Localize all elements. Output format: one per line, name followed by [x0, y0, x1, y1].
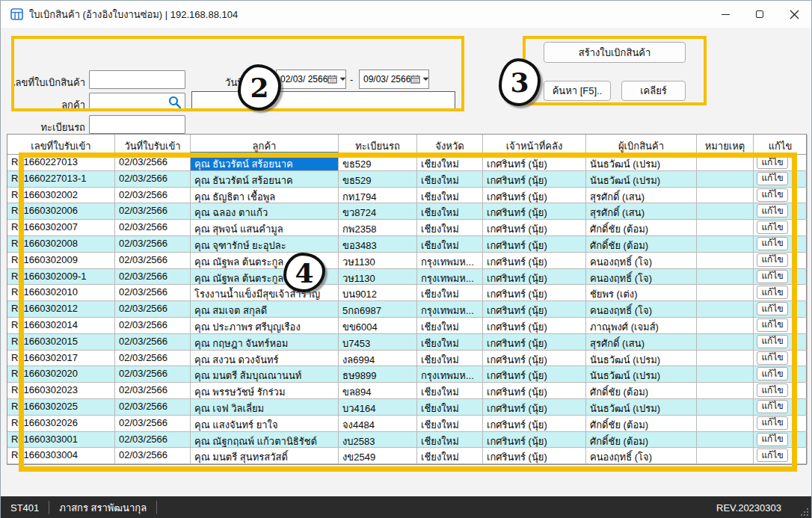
cell-receipt_no: R01660302006	[7, 203, 115, 220]
doc-no-input[interactable]	[89, 70, 185, 89]
cell-requester: คนองฤทธิ์ (โจ)	[586, 301, 697, 318]
cell-province: เชียงใหม่	[417, 416, 483, 432]
minimize-icon	[722, 14, 730, 15]
cell-receipt_no: R01660302012	[7, 301, 115, 318]
search-icon[interactable]	[168, 96, 182, 109]
cell-date: 02/03/2566	[115, 399, 191, 416]
cell-plate: บ7453	[339, 334, 417, 351]
edit-button[interactable]: แก้ไข	[757, 172, 788, 185]
edit-button[interactable]: แก้ไข	[757, 351, 788, 365]
table-row[interactable]: R0166030200802/03/2566คุณ จุฑารักษ์ ยะอุ…	[7, 236, 806, 253]
edit-button[interactable]: แก้ไข	[757, 416, 788, 430]
header-province[interactable]: จังหวัด	[417, 135, 483, 155]
header-receipt-no[interactable]: เลขที่ใบรับเข้า	[7, 135, 115, 155]
date-from-picker[interactable]: 02/03/ 2566	[276, 70, 346, 89]
edit-button[interactable]: แก้ไข	[757, 367, 788, 380]
status-user-name: ภาสกร สราพัฒนากุล	[49, 500, 156, 516]
table-row[interactable]: R0166030201202/03/2566คุณ สมเจต สกุลดี5ก…	[7, 301, 806, 318]
header-customer[interactable]: ลูกค้า	[191, 135, 339, 155]
header-receipt-date[interactable]: วันที่ใบรับเข้า	[115, 135, 191, 155]
header-note[interactable]: หมายเหตุ	[697, 135, 754, 155]
edit-button[interactable]: แก้ไข	[757, 204, 788, 218]
search-button[interactable]: ค้นหา [F5]..	[544, 81, 611, 101]
app-grid-icon	[10, 8, 23, 20]
table-row[interactable]: R0166030200702/03/2566คุณ สุพจน์ แสนคำมู…	[7, 220, 806, 236]
maximize-button[interactable]	[742, 1, 777, 28]
header-warehouse-officer[interactable]: เจ้าหน้าที่คลัง	[483, 135, 586, 155]
clear-button[interactable]: เคลียร์	[621, 81, 686, 101]
cell-date: 02/03/2566	[115, 220, 191, 236]
edit-button[interactable]: แก้ไข	[757, 448, 788, 462]
table-row[interactable]: R0166030202302/03/2566คุณ พรรษวัชษ์ รักร…	[7, 383, 806, 399]
table-row[interactable]: R0166030202002/03/2566คุณ มนตรี ส้มบุณณา…	[7, 366, 806, 383]
cell-plate: วษ1130	[339, 269, 417, 286]
edit-button[interactable]: แก้ไข	[757, 335, 788, 348]
cell-note	[697, 366, 754, 383]
table-row[interactable]: R0166030200202/03/2566คุณ ธัญธิตา เชื้อพ…	[7, 188, 806, 204]
edit-button[interactable]: แก้ไข	[757, 400, 788, 413]
table-row[interactable]: R0166030200902/03/2566คุณ ณัฐพล ต้นตระกู…	[7, 253, 806, 269]
cell-edit: แก้ไข	[754, 301, 808, 318]
edit-button[interactable]: แก้ไข	[757, 270, 788, 283]
cell-province: กรุงเทพมห...	[417, 269, 483, 286]
table-row[interactable]: R0166030201702/03/2566คุณ สงวน ดวงจันทร์…	[7, 351, 806, 367]
header-edit[interactable]: แก้ไข	[754, 135, 808, 155]
edit-button[interactable]: แก้ไข	[757, 253, 788, 267]
cell-requester: ศักดิ์ชัย (ต้อม)	[586, 432, 697, 448]
cell-province: เชียงใหม่	[417, 334, 483, 351]
cell-requester: ศักดิ์ชัย (ต้อม)	[586, 220, 697, 236]
cell-receipt_no: R01660303001	[7, 432, 115, 448]
cell-province: เชียงใหม่	[417, 188, 483, 204]
resize-grip-icon[interactable]	[799, 507, 808, 516]
cell-requester: ศักดิ์ชัย (ต้อม)	[586, 236, 697, 253]
create-requisition-button[interactable]: สร้างใบเบิกสินค้า	[544, 42, 686, 63]
cell-edit: แก้ไข	[754, 334, 808, 351]
cell-edit: แก้ไข	[754, 351, 808, 367]
cell-customer: คุณ ณัฐกฤณพ์ แก้วตานิธิรัชต์	[191, 432, 339, 448]
minimize-button[interactable]	[708, 1, 742, 28]
edit-button[interactable]: แก้ไข	[757, 155, 788, 169]
close-button[interactable]	[777, 1, 811, 28]
cell-receipt_no: R01660302026	[7, 416, 115, 432]
edit-button[interactable]: แก้ไข	[757, 286, 788, 299]
edit-button[interactable]: แก้ไข	[757, 188, 788, 202]
status-separator	[156, 501, 157, 514]
cell-note	[697, 351, 754, 367]
table-row[interactable]: R0166030300402/03/2566คุณ มนตรี สุนทรสวั…	[7, 448, 806, 464]
cell-note	[697, 188, 754, 204]
header-plate[interactable]: ทะเบียนรถ	[339, 135, 417, 155]
cell-province: เชียงใหม่	[417, 285, 483, 301]
cell-warehouse_officer: เกศรินทร์ (นุ้ย)	[483, 188, 586, 204]
edit-button[interactable]: แก้ไข	[757, 318, 788, 332]
header-requester[interactable]: ผู้เบิกสินค้า	[586, 135, 697, 155]
table-row[interactable]: R0166030201002/03/2566โรงงานน้ำแข็งมีสุข…	[7, 285, 806, 301]
cell-province: เชียงใหม่	[417, 318, 483, 334]
cell-note	[697, 253, 754, 269]
edit-button[interactable]: แก้ไข	[757, 302, 788, 315]
table-row[interactable]: R0166030202602/03/2566คุณ แสงจันทร์ ยาใจ…	[7, 416, 806, 432]
cell-note	[697, 416, 754, 432]
cell-receipt_no: R01660302025	[7, 399, 115, 416]
plate-input[interactable]	[89, 115, 185, 134]
cell-customer: คุณ ธันวรัตน์ สร้อยนาค	[191, 171, 339, 188]
cell-customer: คุณ สมเจต สกุลดี	[191, 301, 339, 318]
table-header-row: เลขที่ใบรับเข้า วันที่ใบรับเข้า ลูกค้า ท…	[7, 135, 806, 155]
table-row[interactable]: R01660302009-102/03/2566คุณ ณัฐพล ต้นตระ…	[7, 269, 806, 286]
edit-button[interactable]: แก้ไข	[757, 221, 788, 234]
edit-button[interactable]: แก้ไข	[757, 383, 788, 397]
cell-requester: นันธวัฒน์ (เปรม)	[586, 155, 697, 171]
edit-button[interactable]: แก้ไข	[757, 237, 788, 250]
edit-button[interactable]: แก้ไข	[757, 433, 788, 446]
table-row[interactable]: R0166030200602/03/2566คุณ ฉลอง ตาแก้วขว8…	[7, 203, 806, 220]
cell-requester: นันธวัฒน์ (เปรม)	[586, 399, 697, 416]
cell-plate: กพ2358	[339, 220, 417, 236]
table-row[interactable]: R01660227013-102/03/2566คุณ ธันวรัตน์ สร…	[7, 171, 806, 188]
cell-customer: คุณ ณัฐพล ต้นตระกูล	[191, 253, 339, 269]
table-row[interactable]: R0166022701302/03/2566คุณ ธันวรัตน์ สร้อ…	[7, 155, 806, 171]
date-to-picker[interactable]: 09/03/ 2566	[359, 70, 429, 89]
table-row[interactable]: R0166030300102/03/2566คุณ ณัฐกฤณพ์ แก้วต…	[7, 432, 806, 448]
table-row[interactable]: R0166030202502/03/2566คุณ เจฟ วิลเลี่ยมบ…	[7, 399, 806, 416]
cell-receipt_no: R01660302008	[7, 236, 115, 253]
table-row[interactable]: R0166030201502/03/2566คุณ กฤษฎา จันทร์หอ…	[7, 334, 806, 351]
table-row[interactable]: R0166030201402/03/2566คุณ ประภาพร ศรีบุญ…	[7, 318, 806, 334]
